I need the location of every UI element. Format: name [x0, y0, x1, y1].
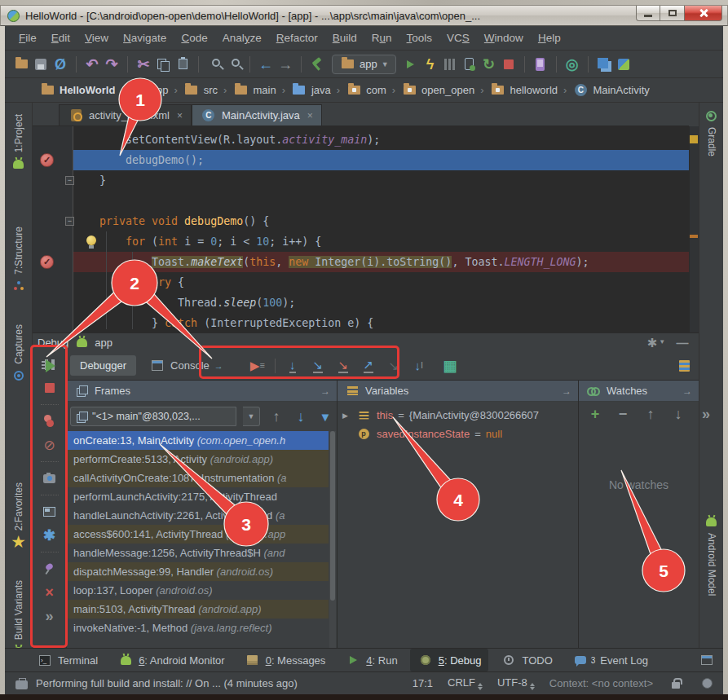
hector-icon[interactable] — [699, 676, 715, 692]
stack-frame-row[interactable]: callActivityOnCreate:1087, Instrumentati… — [67, 469, 329, 487]
close-button[interactable] — [685, 6, 722, 21]
more-icon[interactable]: » — [698, 406, 714, 422]
move-down-icon[interactable]: ↓ — [670, 406, 686, 422]
frames-scrollbar[interactable] — [329, 431, 336, 649]
variables-dock-icon[interactable]: → — [562, 385, 571, 397]
breadcrumb-item-open_open[interactable]: open_open — [399, 81, 476, 100]
cut-icon[interactable]: ✂ — [135, 56, 152, 73]
thread-selector-dropdown[interactable]: ▼ — [243, 407, 260, 426]
minimize-button[interactable] — [636, 6, 660, 21]
tab-close-icon[interactable]: × — [307, 110, 313, 121]
save-all-icon[interactable] — [33, 56, 49, 73]
avd-manager-icon[interactable] — [532, 56, 549, 73]
next-frame-icon[interactable]: ↓ — [293, 408, 309, 425]
copy-icon[interactable] — [155, 56, 171, 73]
redo-icon[interactable]: ↷ — [104, 56, 120, 73]
tool-window-button-event-log[interactable]: 3Event Log — [565, 649, 655, 671]
forward-icon[interactable]: → — [277, 56, 293, 73]
toolbox-icon[interactable] — [13, 676, 29, 692]
error-stripe[interactable] — [689, 126, 699, 332]
breadcrumb-item-mainactivity[interactable]: CMainActivity — [571, 81, 651, 100]
back-icon[interactable]: ← — [258, 56, 274, 73]
profiler-icon[interactable] — [442, 56, 458, 73]
menu-window[interactable]: Window — [477, 29, 531, 47]
tool-window-layout-icon[interactable] — [699, 652, 715, 668]
threads-stack-icon[interactable] — [676, 358, 692, 374]
stack-frame-row[interactable]: invokeNative:-1, Method (java.lang.refle… — [67, 619, 329, 637]
tool-window-button-terminal[interactable]: ›_Terminal — [29, 649, 105, 671]
menu-run[interactable]: Run — [364, 29, 399, 47]
attach-debugger-icon[interactable]: ϟ — [422, 56, 439, 73]
caret-position[interactable]: 17:1 — [413, 677, 433, 689]
stack-frame-row[interactable]: performCreate:5133, Activity (android.ap… — [67, 450, 329, 469]
open-project-icon[interactable] — [13, 56, 29, 73]
tool-window-button-4--run[interactable]: 4: Run — [338, 649, 404, 671]
menu-view[interactable]: View — [77, 29, 116, 47]
tool-stripe---favorites[interactable]: 2:Favorites★ — [5, 482, 32, 550]
move-up-icon[interactable]: ↑ — [642, 406, 659, 422]
intention-bulb-icon[interactable] — [86, 236, 96, 245]
editor-tab-mainactivity.java[interactable]: CMainActivity.java× — [192, 104, 322, 125]
breadcrumb-item-app[interactable]: app — [129, 81, 170, 100]
warning-stripe-mark[interactable] — [690, 135, 698, 143]
filter-frames-icon[interactable]: ▼ — [317, 408, 333, 425]
find-icon[interactable] — [206, 56, 223, 73]
run-configuration-selector[interactable]: app▼ — [332, 55, 396, 74]
hide-tool-window-icon[interactable]: — — [674, 334, 690, 350]
paste-icon[interactable] — [174, 56, 191, 73]
menu-navigate[interactable]: Navigate — [116, 29, 174, 47]
menu-vcs[interactable]: VCS — [439, 29, 477, 47]
tool-window-button-5--debug[interactable]: 5: Debug — [410, 649, 489, 671]
stack-frame-row[interactable]: dispatchMessage:99, Handler (android.os) — [67, 562, 329, 581]
code-editor[interactable]: setContentView(R.layout.activity_main); … — [33, 126, 689, 332]
tool-window-button-todo[interactable]: TODO — [493, 649, 559, 671]
warning-stripe-mark[interactable] — [690, 235, 698, 238]
stack-frame-row[interactable]: loop:137, Looper (android.os) — [67, 581, 329, 600]
tab-close-icon[interactable]: × — [177, 110, 183, 121]
maximize-button[interactable] — [660, 6, 685, 21]
line-ending-selector[interactable]: CRLF — [448, 676, 483, 690]
tool-stripe-gradle[interactable]: Gradle — [699, 108, 723, 156]
remove-watch-icon[interactable]: − — [615, 406, 631, 422]
menu-tools[interactable]: Tools — [399, 29, 440, 47]
rerun-icon[interactable]: ↻ — [481, 56, 497, 73]
expand-arrow-icon[interactable]: ▶ — [342, 412, 351, 420]
project-structure-icon[interactable] — [615, 56, 632, 73]
menu-build[interactable]: Build — [325, 29, 364, 47]
stack-frame-row[interactable]: onCreate:13, MainActivity (com.open_open… — [67, 431, 329, 450]
frames-dock-icon[interactable]: → — [320, 385, 330, 397]
debug-settings-gear-icon[interactable]: ✱▼ — [648, 334, 664, 350]
sync-gradle-icon[interactable]: ◎ — [564, 56, 580, 73]
variable-row[interactable]: ▶this = {MainActivity@8300266607 — [338, 406, 578, 425]
watches-dock-icon[interactable]: → — [682, 385, 692, 397]
breadcrumb-item-helloworld[interactable]: HelloWorld — [38, 81, 117, 100]
add-watch-icon[interactable]: + — [587, 406, 603, 422]
tool-stripe---project[interactable]: 1:Project — [5, 114, 32, 172]
breakpoint-icon[interactable]: ✓ — [40, 153, 54, 167]
tool-stripe---structure[interactable]: 7:Structure — [5, 227, 32, 294]
thread-selector[interactable]: "<1> main"@830,023,... — [70, 407, 236, 426]
breakpoint-icon[interactable]: ✓ — [40, 255, 54, 269]
menu-code[interactable]: Code — [174, 29, 214, 47]
menu-analyze[interactable]: Analyze — [215, 29, 269, 47]
tool-window-button-0--messages[interactable]: 0: Messages — [237, 649, 333, 671]
fold-marker-icon[interactable]: − — [65, 176, 74, 185]
evaluate-expression-icon[interactable]: ▦ — [442, 358, 458, 374]
breadcrumb-item-helloworld[interactable]: helloworld — [488, 81, 560, 100]
stack-frame-row[interactable]: main:5103, ActivityThread (android.app) — [67, 600, 329, 619]
breadcrumb-item-main[interactable]: main — [231, 81, 277, 100]
breadcrumb-item-java[interactable]: java — [289, 81, 333, 100]
menu-file[interactable]: File — [11, 29, 44, 47]
synchronize-icon[interactable]: Ø — [52, 56, 68, 73]
tool-window-button-6--android-monitor[interactable]: 6: Android Monitor — [110, 649, 232, 671]
undo-icon[interactable]: ↶ — [84, 56, 100, 73]
stop-icon[interactable] — [501, 56, 517, 73]
stack-frame-row[interactable]: handleMessage:1256, ActivityThread$H (an… — [67, 544, 329, 562]
sdk-manager-icon[interactable] — [596, 56, 612, 73]
menu-help[interactable]: Help — [531, 29, 568, 47]
find-in-path-icon[interactable] — [226, 56, 242, 73]
editor-tab-activity_main.xml[interactable]: activity_main.xml× — [59, 104, 192, 125]
menu-edit[interactable]: Edit — [44, 29, 77, 47]
menu-refactor[interactable]: Refactor — [269, 29, 325, 47]
tool-stripe-android-model[interactable]: Android Model — [699, 513, 723, 596]
